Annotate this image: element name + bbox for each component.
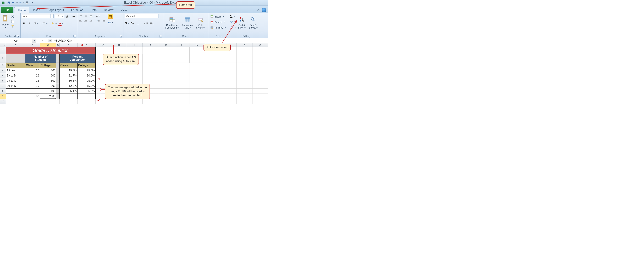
customize-qat-icon[interactable]: [30, 1, 33, 5]
cell[interactable]: [252, 84, 268, 88]
cell[interactable]: [206, 68, 221, 73]
align-left-icon[interactable]: [78, 19, 83, 23]
cell[interactable]: [190, 68, 206, 73]
cell[interactable]: [127, 78, 142, 84]
cell[interactable]: [143, 63, 158, 68]
cell-styles-button[interactable]: Cell Styles: [195, 14, 206, 31]
number-format-dropdown-icon[interactable]: [155, 14, 158, 18]
cell[interactable]: [206, 63, 221, 68]
cell[interactable]: [127, 73, 142, 78]
find-select-button[interactable]: Find & Select: [248, 14, 259, 31]
cut-icon[interactable]: [11, 15, 14, 18]
minimize-ribbon-icon[interactable]: [256, 8, 260, 12]
cell[interactable]: [56, 78, 60, 84]
col-header[interactable]: B: [25, 43, 40, 47]
formula-input[interactable]: =SUM(C4:C8): [53, 38, 268, 43]
cell[interactable]: [96, 94, 111, 99]
paste-dropdown-icon[interactable]: [4, 26, 6, 28]
cell[interactable]: Grade Distribution: [6, 47, 96, 54]
cell[interactable]: [40, 99, 56, 104]
format-cells-button[interactable]: Format: [209, 25, 226, 30]
cell[interactable]: 600: [40, 73, 56, 78]
decrease-indent-icon[interactable]: [96, 19, 100, 23]
fx-icon[interactable]: fx: [48, 39, 52, 42]
align-center-icon[interactable]: [84, 19, 88, 23]
align-bottom-icon[interactable]: [89, 14, 93, 18]
cell[interactable]: [237, 78, 252, 84]
cell[interactable]: [252, 88, 268, 94]
cell[interactable]: [158, 94, 174, 99]
cell[interactable]: [206, 99, 221, 104]
cell[interactable]: [96, 88, 111, 94]
font-size-combo[interactable]: 12: [55, 14, 64, 18]
row-header[interactable]: 2: [0, 54, 6, 63]
redo-dropdown[interactable]: [22, 1, 24, 5]
cell[interactable]: 6.1%: [60, 88, 77, 94]
cell[interactable]: [221, 63, 237, 68]
cell[interactable]: [127, 99, 142, 104]
cell[interactable]: 25.0%: [78, 78, 96, 84]
align-middle-icon[interactable]: [84, 14, 88, 18]
cell[interactable]: [111, 84, 127, 88]
cell[interactable]: [143, 54, 158, 63]
cell[interactable]: Grade: [6, 63, 25, 68]
cell[interactable]: 100: [40, 88, 56, 94]
cell[interactable]: College: [78, 63, 96, 68]
cell[interactable]: [158, 99, 174, 104]
cell[interactable]: [174, 63, 190, 68]
row-header[interactable]: 1: [0, 47, 6, 54]
cell[interactable]: [96, 47, 111, 54]
row-header[interactable]: 8: [0, 88, 6, 94]
col-header[interactable]: F: [78, 43, 96, 47]
col-header[interactable]: O: [221, 43, 237, 47]
cell[interactable]: Class: [60, 63, 77, 68]
col-header[interactable]: N: [206, 43, 221, 47]
cell[interactable]: [60, 94, 77, 99]
cell[interactable]: 16: [25, 68, 40, 73]
increase-indent-icon[interactable]: [101, 19, 106, 23]
col-header[interactable]: E: [60, 43, 77, 47]
alignment-launcher-icon[interactable]: [120, 35, 122, 38]
cell[interactable]: [143, 88, 158, 94]
cell[interactable]: [96, 84, 111, 88]
cell[interactable]: [25, 99, 40, 104]
cell[interactable]: B+ to B-: [6, 73, 25, 78]
row-header[interactable]: 10: [0, 99, 6, 104]
cell[interactable]: [158, 88, 174, 94]
underline-button[interactable]: U: [33, 21, 39, 26]
delete-cells-button[interactable]: × Delete: [209, 20, 226, 24]
cell[interactable]: [142, 47, 158, 54]
cell[interactable]: F: [6, 88, 25, 94]
cell[interactable]: [174, 68, 190, 73]
cell[interactable]: [78, 94, 96, 99]
row-header[interactable]: 9: [0, 94, 6, 99]
tab-review[interactable]: Review: [100, 7, 117, 13]
save-icon[interactable]: [7, 1, 11, 5]
cell[interactable]: [252, 68, 268, 73]
col-header[interactable]: I: [127, 43, 142, 47]
row-header[interactable]: 7: [0, 84, 6, 88]
fill-button[interactable]: [230, 20, 236, 24]
cell[interactable]: [252, 47, 268, 54]
cell[interactable]: [158, 63, 174, 68]
cell[interactable]: [111, 63, 127, 68]
undo-dropdown[interactable]: [16, 1, 18, 5]
cell[interactable]: [221, 78, 237, 84]
cell[interactable]: [56, 99, 60, 104]
cell[interactable]: 82: [25, 94, 40, 99]
redo-icon[interactable]: [18, 1, 22, 5]
cell[interactable]: [252, 78, 268, 84]
cell[interactable]: [158, 84, 174, 88]
cell[interactable]: [237, 54, 252, 63]
cell[interactable]: College: [40, 63, 56, 68]
cell[interactable]: 300: [40, 84, 56, 88]
cell[interactable]: [252, 73, 268, 78]
cell[interactable]: [96, 78, 111, 84]
cell[interactable]: [237, 94, 252, 99]
col-header[interactable]: K: [158, 43, 174, 47]
insert-cells-button[interactable]: + Insert: [209, 14, 226, 19]
cell[interactable]: [174, 54, 190, 63]
cell[interactable]: [221, 73, 237, 78]
cell[interactable]: [111, 68, 127, 73]
cell[interactable]: [237, 68, 252, 73]
